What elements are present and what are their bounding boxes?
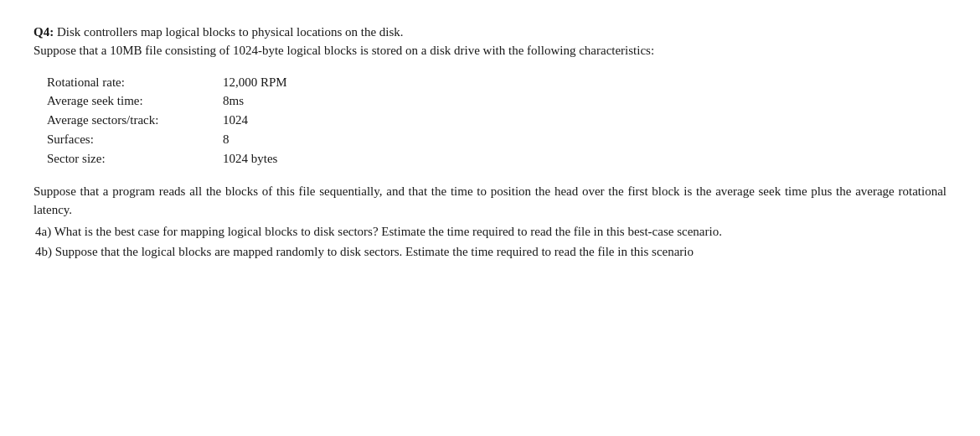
- body-paragraph: Suppose that a program reads all the blo…: [34, 183, 946, 220]
- char-value-sectors: 1024: [223, 112, 248, 130]
- question-number: Q4:: [34, 25, 54, 39]
- char-row-surfaces: Surfaces: 8: [47, 131, 946, 149]
- question-header-text1: Disk controllers map logical blocks to p…: [57, 25, 404, 39]
- char-value-rotational: 12,000 RPM: [223, 74, 287, 92]
- sub-questions: 4a) What is the best case for mapping lo…: [35, 223, 946, 262]
- char-value-seek: 8ms: [223, 92, 244, 111]
- char-label-rotational: Rotational rate:: [47, 74, 223, 92]
- char-label-surfaces: Surfaces:: [47, 131, 223, 149]
- char-row-rotational: Rotational rate: 12,000 RPM: [47, 74, 946, 92]
- sub-question-4a: 4a) What is the best case for mapping lo…: [35, 223, 946, 241]
- question-title-line1: Q4: Disk controllers map logical blocks …: [34, 23, 946, 42]
- char-value-surfaces: 8: [223, 131, 230, 149]
- char-label-sector-size: Sector size:: [47, 150, 223, 169]
- char-label-seek: Average seek time:: [47, 92, 223, 111]
- characteristics-table: Rotational rate: 12,000 RPM Average seek…: [47, 74, 946, 169]
- char-row-sectors: Average sectors/track: 1024: [47, 112, 946, 130]
- question-header: Q4: Disk controllers map logical blocks …: [34, 23, 946, 60]
- question-block: Q4: Disk controllers map logical blocks …: [34, 23, 946, 261]
- question-header-text2: Suppose that a 10MB file consisting of 1…: [34, 42, 946, 60]
- sub-question-4b: 4b) Suppose that the logical blocks are …: [35, 243, 946, 262]
- char-value-sector-size: 1024 bytes: [223, 150, 277, 169]
- char-label-sectors: Average sectors/track:: [47, 112, 223, 130]
- char-row-sector-size: Sector size: 1024 bytes: [47, 150, 946, 169]
- char-row-seek: Average seek time: 8ms: [47, 92, 946, 111]
